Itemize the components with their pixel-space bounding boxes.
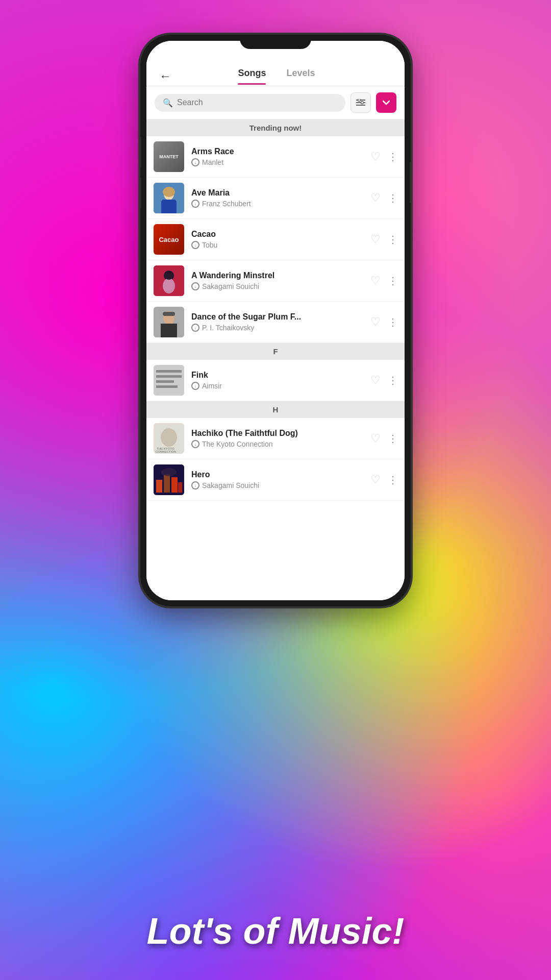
- search-bar[interactable]: 🔍: [155, 94, 345, 112]
- download-icon: [191, 200, 199, 208]
- song-thumbnail: [154, 183, 184, 213]
- song-title: Cacao: [191, 230, 370, 239]
- artist-name: Tobu: [202, 241, 217, 249]
- svg-rect-21: [156, 385, 178, 388]
- like-button[interactable]: ♡: [370, 192, 381, 204]
- artist-name: The Kyoto Connection: [202, 440, 273, 448]
- song-title: Hero: [191, 470, 370, 479]
- song-actions: ♡ ⋮: [370, 192, 397, 204]
- like-button[interactable]: ♡: [370, 316, 381, 328]
- more-button[interactable]: ⋮: [388, 152, 397, 162]
- like-button[interactable]: ♡: [370, 433, 381, 444]
- svg-rect-18: [156, 370, 182, 373]
- tab-levels[interactable]: Levels: [286, 68, 315, 85]
- thumb-text: Cacao: [159, 236, 179, 243]
- svg-rect-29: [171, 477, 178, 493]
- song-title: Ave Maria: [191, 188, 370, 198]
- filter-button[interactable]: [350, 92, 371, 113]
- list-item[interactable]: A Wandering Minstrel Sakagami Souichi ♡ …: [146, 260, 405, 302]
- svg-rect-28: [164, 475, 170, 493]
- svg-rect-30: [178, 482, 182, 493]
- list-item[interactable]: Cacao Cacao Tobu ♡ ⋮: [146, 219, 405, 260]
- song-info: Fink Aimsir: [191, 371, 370, 390]
- song-thumbnail: THE KYOTO CONNECTION: [154, 423, 184, 454]
- svg-point-8: [163, 187, 175, 197]
- song-actions: ♡ ⋮: [370, 234, 397, 245]
- artist-name: Sakagami Souichi: [202, 282, 259, 290]
- download-icon: [191, 282, 199, 290]
- song-artist-row: Sakagami Souichi: [191, 481, 370, 489]
- song-title: Arms Race: [191, 147, 370, 156]
- song-info: Ave Maria Franz Schubert: [191, 188, 370, 208]
- list-item[interactable]: Dance of the Sugar Plum F... P. I. Tchai…: [146, 302, 405, 343]
- song-artist-row: Franz Schubert: [191, 200, 370, 208]
- thumb-image: [154, 183, 184, 213]
- song-info: Arms Race Manlet: [191, 147, 370, 166]
- more-button[interactable]: ⋮: [388, 193, 397, 203]
- svg-point-23: [161, 428, 177, 447]
- song-artist-row: P. I. Tchaikovsky: [191, 324, 370, 332]
- bottom-tagline: Lot's of Music!: [0, 910, 551, 952]
- list-item[interactable]: Ave Maria Franz Schubert ♡ ⋮: [146, 178, 405, 219]
- svg-point-11: [163, 278, 175, 293]
- song-list: Trending now! MANTET Arms Race Manlet: [146, 119, 405, 600]
- like-button[interactable]: ♡: [370, 375, 381, 386]
- svg-point-31: [161, 468, 177, 476]
- power-button: [410, 162, 411, 203]
- song-info: A Wandering Minstrel Sakagami Souichi: [191, 271, 370, 290]
- like-button[interactable]: ♡: [370, 474, 381, 485]
- song-title: Fink: [191, 371, 370, 380]
- list-item[interactable]: MANTET Arms Race Manlet ♡ ⋮: [146, 136, 405, 178]
- artist-name: Franz Schubert: [202, 200, 251, 208]
- song-info: Hero Sakagami Souichi: [191, 470, 370, 489]
- song-artist-row: Aimsir: [191, 382, 370, 390]
- tab-songs[interactable]: Songs: [238, 68, 266, 85]
- download-icon: [191, 241, 199, 249]
- more-button[interactable]: ⋮: [388, 317, 397, 327]
- list-item[interactable]: Fink Aimsir ♡ ⋮: [146, 360, 405, 401]
- back-button[interactable]: ←: [157, 66, 174, 86]
- more-button[interactable]: ⋮: [388, 276, 397, 286]
- song-artist-row: Tobu: [191, 241, 370, 249]
- download-icon: [191, 481, 199, 489]
- like-button[interactable]: ♡: [370, 275, 381, 286]
- song-actions: ♡ ⋮: [370, 433, 397, 444]
- phone-notch: [240, 35, 311, 49]
- song-thumbnail: [154, 265, 184, 296]
- download-icon: [191, 440, 199, 448]
- song-info: Hachiko (The Faithtful Dog) The Kyoto Co…: [191, 429, 370, 448]
- section-header-h: H: [146, 401, 405, 418]
- more-button[interactable]: ⋮: [388, 234, 397, 244]
- svg-rect-16: [163, 312, 175, 316]
- like-button[interactable]: ♡: [370, 151, 381, 162]
- song-actions: ♡ ⋮: [370, 375, 397, 386]
- phone-screen: ← Songs Levels 🔍: [146, 41, 405, 600]
- download-icon: [191, 324, 199, 332]
- more-button[interactable]: ⋮: [388, 375, 397, 385]
- section-header-trending: Trending now!: [146, 119, 405, 136]
- song-actions: ♡ ⋮: [370, 474, 397, 485]
- svg-rect-7: [161, 200, 177, 213]
- like-button[interactable]: ♡: [370, 234, 381, 245]
- list-item[interactable]: THE KYOTO CONNECTION Hachiko (The Faitht…: [146, 418, 405, 459]
- song-thumbnail: [154, 464, 184, 495]
- song-info: Cacao Tobu: [191, 230, 370, 249]
- svg-rect-20: [156, 380, 174, 383]
- artist-name: Manlet: [202, 158, 223, 166]
- phone-frame: ← Songs Levels 🔍: [140, 35, 411, 606]
- download-icon: [191, 382, 199, 390]
- more-button[interactable]: ⋮: [388, 475, 397, 485]
- section-header-f: F: [146, 343, 405, 360]
- thumb-text: MANTET: [159, 154, 179, 159]
- list-item[interactable]: Hero Sakagami Souichi ♡ ⋮: [146, 459, 405, 501]
- dropdown-button[interactable]: [376, 92, 396, 113]
- search-input[interactable]: [177, 98, 337, 107]
- app-content: ← Songs Levels 🔍: [146, 41, 405, 600]
- song-title: A Wandering Minstrel: [191, 271, 370, 280]
- song-artist-row: The Kyoto Connection: [191, 440, 370, 448]
- song-thumbnail: Cacao: [154, 224, 184, 255]
- song-thumbnail: [154, 307, 184, 337]
- svg-rect-27: [156, 480, 162, 493]
- more-button[interactable]: ⋮: [388, 433, 397, 444]
- artist-name: Sakagami Souichi: [202, 481, 259, 489]
